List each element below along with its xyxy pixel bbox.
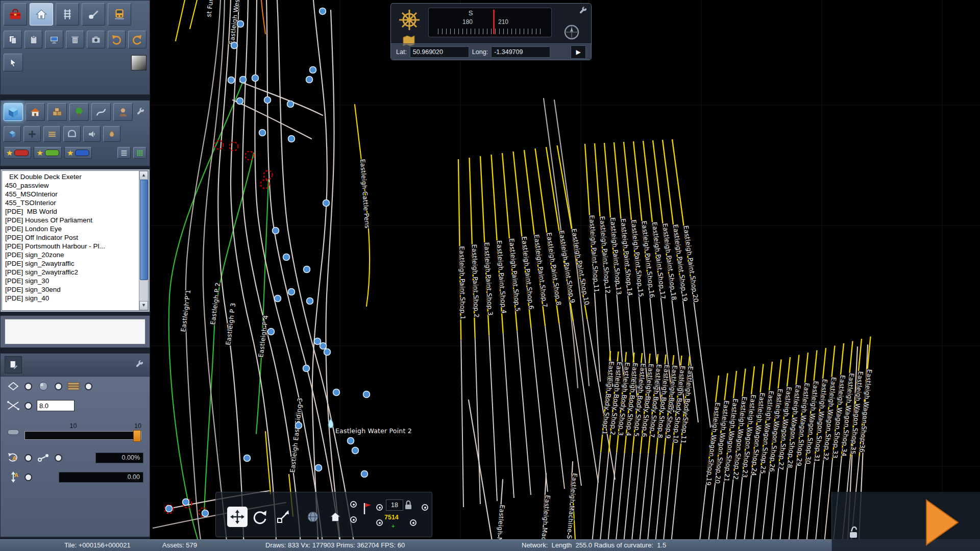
radius-slider[interactable]: 10 10 [24, 423, 143, 441]
scroll-thumb[interactable] [140, 180, 148, 280]
spline-node[interactable] [240, 77, 247, 83]
track-spline[interactable] [326, 10, 341, 551]
siding-track[interactable] [734, 469, 743, 551]
spline-node[interactable] [288, 289, 295, 295]
track-label[interactable]: Eastleigh Paint Shop 5 [508, 238, 522, 312]
spline-node[interactable] [231, 42, 238, 49]
siding-track[interactable] [461, 340, 463, 507]
siding-track[interactable] [545, 326, 565, 489]
spline-node[interactable] [320, 343, 327, 349]
siding-track[interactable] [670, 455, 680, 551]
siding-track[interactable] [639, 454, 648, 551]
toolbox-button[interactable] [4, 3, 27, 26]
siding-track[interactable] [615, 453, 625, 551]
slider-track[interactable] [24, 431, 141, 440]
spline-node[interactable] [304, 266, 310, 273]
spline-node[interactable] [283, 254, 290, 261]
notes-button[interactable] [5, 356, 22, 373]
asset-list-item[interactable]: 450_passview [2, 181, 148, 190]
tab-cube-small[interactable] [4, 126, 21, 142]
option-radio[interactable] [350, 501, 357, 508]
scale-tool-button[interactable] [273, 507, 293, 527]
spline-node[interactable] [252, 75, 259, 82]
siding-track[interactable] [815, 460, 824, 551]
home-view-button[interactable] [326, 508, 345, 526]
siding-track[interactable] [623, 454, 632, 551]
tab-sounds[interactable] [83, 126, 101, 142]
spline-node[interactable] [237, 98, 243, 105]
spline-node[interactable] [264, 97, 271, 104]
spline-node[interactable] [287, 101, 294, 108]
asset-list-item[interactable]: [PDE] Portsmouth Harbour - Pl... [2, 242, 148, 251]
unlock-icon[interactable] [847, 525, 860, 540]
track-spline[interactable] [176, 0, 185, 41]
track-label[interactable]: Eastleigh Paint Shop 11 [588, 215, 601, 293]
siding-track[interactable] [647, 454, 656, 551]
spline-node[interactable] [237, 21, 244, 28]
track-label[interactable]: Eastleigh Paint Shop 1 [458, 246, 467, 319]
tab-objects[interactable] [47, 103, 67, 121]
track-label[interactable]: Eastleigh Paint Shop 7 [533, 234, 549, 308]
spline-node[interactable] [352, 447, 359, 454]
spline-node[interactable] [202, 510, 209, 517]
node-move-radio[interactable] [55, 454, 62, 462]
spline-node[interactable] [315, 465, 322, 471]
track-label[interactable]: Eastleigh Paint Shop 6 [520, 236, 535, 310]
asset-list-item[interactable]: [PDE] sign_30end [2, 285, 148, 294]
siding-track[interactable] [761, 466, 770, 551]
paste-button[interactable] [24, 31, 43, 48]
asset-list-item[interactable]: EK Double Deck Exeter [2, 172, 148, 181]
lat-input[interactable] [410, 46, 469, 58]
filter-green-button[interactable]: ★ [34, 147, 61, 159]
track-spline[interactable] [469, 400, 494, 550]
tab-splines[interactable] [91, 103, 111, 121]
long-input[interactable] [491, 46, 550, 58]
train-mode-button[interactable] [108, 3, 131, 26]
spline-node[interactable] [268, 329, 275, 335]
track-label[interactable]: Eastleigh P 3 [224, 303, 237, 346]
option-radio[interactable] [376, 519, 383, 526]
spline-node[interactable] [314, 338, 321, 345]
sphere-node-radio[interactable] [55, 383, 62, 390]
tab-bridges[interactable] [63, 126, 81, 142]
siding-track[interactable] [475, 338, 480, 504]
spline-node[interactable] [361, 471, 368, 478]
junction-marker[interactable] [264, 171, 273, 180]
asset-list-item[interactable]: [PDE] Houses Of Parliament [2, 216, 148, 224]
track-label[interactable]: Eastleigh Cattle Pens [359, 159, 371, 229]
spline-node[interactable] [363, 391, 370, 398]
home-mode-button[interactable] [30, 3, 53, 26]
spline-node[interactable] [348, 438, 354, 444]
panel-settings-button[interactable] [136, 107, 146, 117]
goto-button[interactable]: ▶ [571, 45, 586, 59]
track-mode-button[interactable] [56, 3, 79, 26]
spline-node[interactable] [324, 349, 331, 356]
asset-scrollbar[interactable]: ▲ ▼ [139, 171, 148, 310]
grid-view-button[interactable] [133, 147, 146, 159]
track-spline[interactable] [240, 82, 323, 115]
paint-mode-button[interactable] [82, 3, 105, 26]
track-label[interactable]: Eastleigh P 1 [179, 289, 192, 333]
gradient-swatch[interactable] [131, 55, 146, 70]
grid-size-value[interactable]: 18 [386, 499, 403, 511]
siding-track[interactable] [489, 336, 497, 501]
asset-list-item[interactable]: 455_TSOInterior [2, 198, 148, 207]
spline-node[interactable] [183, 499, 189, 506]
tab-people[interactable] [113, 103, 133, 121]
spline-node[interactable] [323, 200, 330, 207]
compass-rose-icon[interactable] [564, 24, 580, 40]
spline-node[interactable] [228, 77, 235, 84]
wrench-icon[interactable] [579, 6, 588, 15]
asset-list-item[interactable]: [PDE] sign_2waytraffic [2, 259, 148, 268]
siding-track[interactable] [531, 329, 548, 492]
globe-button[interactable] [304, 508, 322, 526]
rotate-auto-radio[interactable] [24, 454, 32, 462]
trackmark-id-label[interactable]: 7514 [384, 514, 399, 521]
asset-list-item[interactable]: [PDE] sign_30 [2, 277, 148, 285]
tab-buildings[interactable] [26, 103, 45, 121]
spline-node[interactable] [307, 298, 313, 305]
spline-node[interactable] [296, 422, 302, 429]
planks-radio[interactable] [85, 383, 92, 390]
filter-red-button[interactable]: ★ [4, 147, 31, 159]
track-label[interactable]: Eastleigh Paint Shop 4 [496, 240, 508, 314]
